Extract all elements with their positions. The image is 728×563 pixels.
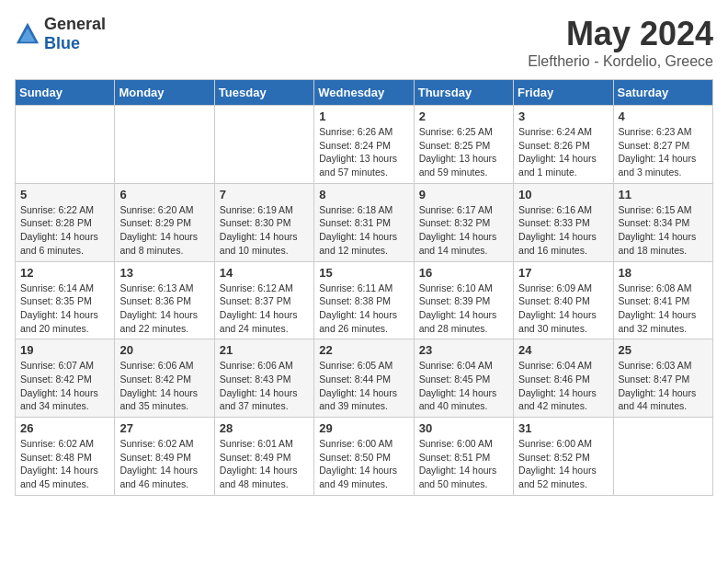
calendar-cell [115, 106, 214, 184]
day-number: 1 [319, 109, 408, 123]
day-detail: Sunrise: 6:02 AMSunset: 8:48 PMDaylight:… [20, 437, 109, 491]
calendar-cell: 3Sunrise: 6:24 AMSunset: 8:26 PMDaylight… [514, 106, 613, 184]
calendar-cell: 24Sunrise: 6:04 AMSunset: 8:46 PMDayligh… [514, 339, 613, 418]
subtitle: Eleftherio - Kordelio, Greece [528, 53, 713, 70]
day-number: 2 [419, 109, 508, 123]
calendar-cell: 22Sunrise: 6:05 AMSunset: 8:44 PMDayligh… [314, 339, 414, 418]
day-number: 24 [518, 343, 608, 357]
day-number: 21 [220, 343, 309, 357]
day-number: 20 [119, 343, 209, 357]
day-detail: Sunrise: 6:15 AMSunset: 8:34 PMDaylight:… [619, 203, 708, 258]
calendar-week-row: 1Sunrise: 6:26 AMSunset: 8:24 PMDaylight… [16, 106, 713, 184]
day-number: 5 [20, 188, 109, 201]
weekday-header-saturday: Saturday [613, 80, 712, 106]
calendar-cell: 31Sunrise: 6:00 AMSunset: 8:52 PMDayligh… [514, 418, 613, 496]
day-detail: Sunrise: 6:00 AMSunset: 8:51 PMDaylight:… [419, 437, 508, 491]
weekday-header-tuesday: Tuesday [214, 80, 313, 106]
day-detail: Sunrise: 6:11 AMSunset: 8:38 PMDaylight:… [319, 282, 408, 336]
day-number: 8 [319, 188, 408, 201]
day-number: 31 [518, 421, 608, 435]
calendar-cell: 26Sunrise: 6:02 AMSunset: 8:48 PMDayligh… [16, 418, 115, 496]
calendar-cell: 16Sunrise: 6:10 AMSunset: 8:39 PMDayligh… [414, 261, 513, 339]
day-number: 27 [119, 421, 209, 435]
day-number: 15 [319, 266, 408, 280]
day-detail: Sunrise: 6:13 AMSunset: 8:36 PMDaylight:… [119, 282, 209, 336]
day-number: 4 [619, 109, 708, 123]
weekday-header-thursday: Thursday [414, 80, 513, 106]
day-number: 11 [619, 188, 708, 201]
weekday-header-friday: Friday [514, 80, 613, 106]
logo-blue: Blue [44, 34, 106, 53]
day-number: 14 [220, 266, 309, 280]
calendar-cell [16, 106, 115, 184]
day-detail: Sunrise: 6:07 AMSunset: 8:42 PMDaylight:… [20, 359, 109, 413]
day-detail: Sunrise: 6:06 AMSunset: 8:43 PMDaylight:… [220, 359, 309, 413]
calendar-cell: 11Sunrise: 6:15 AMSunset: 8:34 PMDayligh… [613, 183, 712, 261]
calendar-cell: 30Sunrise: 6:00 AMSunset: 8:51 PMDayligh… [414, 418, 513, 496]
weekday-header-wednesday: Wednesday [314, 80, 414, 106]
day-number: 25 [619, 343, 708, 357]
calendar-cell: 25Sunrise: 6:03 AMSunset: 8:47 PMDayligh… [613, 339, 712, 418]
calendar-cell: 12Sunrise: 6:14 AMSunset: 8:35 PMDayligh… [16, 261, 115, 339]
calendar-cell [613, 418, 712, 496]
day-number: 18 [619, 266, 708, 280]
page-header: General Blue May 2024 Eleftherio - Korde… [15, 15, 713, 70]
calendar-cell: 8Sunrise: 6:18 AMSunset: 8:31 PMDaylight… [314, 183, 414, 261]
calendar-cell: 10Sunrise: 6:16 AMSunset: 8:33 PMDayligh… [514, 183, 613, 261]
calendar-week-row: 5Sunrise: 6:22 AMSunset: 8:28 PMDaylight… [16, 183, 713, 261]
day-detail: Sunrise: 6:24 AMSunset: 8:26 PMDaylight:… [518, 125, 608, 179]
calendar-cell: 18Sunrise: 6:08 AMSunset: 8:41 PMDayligh… [613, 261, 712, 339]
logo-icon [15, 21, 40, 47]
calendar-cell: 14Sunrise: 6:12 AMSunset: 8:37 PMDayligh… [214, 261, 313, 339]
weekday-header-row: SundayMondayTuesdayWednesdayThursdayFrid… [16, 80, 713, 106]
day-detail: Sunrise: 6:16 AMSunset: 8:33 PMDaylight:… [518, 203, 608, 258]
day-detail: Sunrise: 6:23 AMSunset: 8:27 PMDaylight:… [619, 125, 708, 179]
day-detail: Sunrise: 6:06 AMSunset: 8:42 PMDaylight:… [119, 359, 209, 413]
day-detail: Sunrise: 6:09 AMSunset: 8:40 PMDaylight:… [518, 282, 608, 336]
calendar-cell: 9Sunrise: 6:17 AMSunset: 8:32 PMDaylight… [414, 183, 513, 261]
day-detail: Sunrise: 6:08 AMSunset: 8:41 PMDaylight:… [619, 282, 708, 336]
calendar-header: SundayMondayTuesdayWednesdayThursdayFrid… [16, 80, 713, 106]
day-number: 29 [319, 421, 408, 435]
day-number: 26 [20, 421, 109, 435]
day-number: 9 [419, 188, 508, 201]
day-detail: Sunrise: 6:18 AMSunset: 8:31 PMDaylight:… [319, 203, 408, 258]
weekday-header-sunday: Sunday [16, 80, 115, 106]
weekday-header-monday: Monday [115, 80, 214, 106]
day-number: 7 [220, 188, 309, 201]
calendar-cell: 15Sunrise: 6:11 AMSunset: 8:38 PMDayligh… [314, 261, 414, 339]
day-detail: Sunrise: 6:04 AMSunset: 8:46 PMDaylight:… [518, 359, 608, 413]
day-detail: Sunrise: 6:17 AMSunset: 8:32 PMDaylight:… [419, 203, 508, 258]
calendar-table: SundayMondayTuesdayWednesdayThursdayFrid… [15, 79, 713, 496]
day-detail: Sunrise: 6:04 AMSunset: 8:45 PMDaylight:… [419, 359, 508, 413]
calendar-cell: 6Sunrise: 6:20 AMSunset: 8:29 PMDaylight… [115, 183, 214, 261]
day-number: 3 [518, 109, 608, 123]
day-detail: Sunrise: 6:00 AMSunset: 8:50 PMDaylight:… [319, 437, 408, 491]
day-detail: Sunrise: 6:22 AMSunset: 8:28 PMDaylight:… [20, 203, 109, 258]
day-detail: Sunrise: 6:02 AMSunset: 8:49 PMDaylight:… [119, 437, 209, 491]
calendar-cell: 28Sunrise: 6:01 AMSunset: 8:49 PMDayligh… [214, 418, 313, 496]
calendar-cell: 27Sunrise: 6:02 AMSunset: 8:49 PMDayligh… [115, 418, 214, 496]
day-number: 19 [20, 343, 109, 357]
calendar-cell: 23Sunrise: 6:04 AMSunset: 8:45 PMDayligh… [414, 339, 513, 418]
calendar-week-row: 12Sunrise: 6:14 AMSunset: 8:35 PMDayligh… [16, 261, 713, 339]
day-number: 30 [419, 421, 508, 435]
day-detail: Sunrise: 6:14 AMSunset: 8:35 PMDaylight:… [20, 282, 109, 336]
day-detail: Sunrise: 6:26 AMSunset: 8:24 PMDaylight:… [319, 125, 408, 179]
calendar-cell: 20Sunrise: 6:06 AMSunset: 8:42 PMDayligh… [115, 339, 214, 418]
day-detail: Sunrise: 6:20 AMSunset: 8:29 PMDaylight:… [119, 203, 209, 258]
day-detail: Sunrise: 6:25 AMSunset: 8:25 PMDaylight:… [419, 125, 508, 179]
calendar-week-row: 19Sunrise: 6:07 AMSunset: 8:42 PMDayligh… [16, 339, 713, 418]
day-detail: Sunrise: 6:00 AMSunset: 8:52 PMDaylight:… [518, 437, 608, 491]
day-detail: Sunrise: 6:03 AMSunset: 8:47 PMDaylight:… [619, 359, 708, 413]
calendar-cell: 21Sunrise: 6:06 AMSunset: 8:43 PMDayligh… [214, 339, 313, 418]
calendar-cell: 4Sunrise: 6:23 AMSunset: 8:27 PMDaylight… [613, 106, 712, 184]
logo: General Blue [15, 15, 106, 53]
calendar-cell: 19Sunrise: 6:07 AMSunset: 8:42 PMDayligh… [16, 339, 115, 418]
day-number: 6 [119, 188, 209, 201]
calendar-cell: 29Sunrise: 6:00 AMSunset: 8:50 PMDayligh… [314, 418, 414, 496]
main-title: May 2024 [528, 15, 713, 53]
day-number: 13 [119, 266, 209, 280]
day-number: 10 [518, 188, 608, 201]
day-detail: Sunrise: 6:19 AMSunset: 8:30 PMDaylight:… [220, 203, 309, 258]
